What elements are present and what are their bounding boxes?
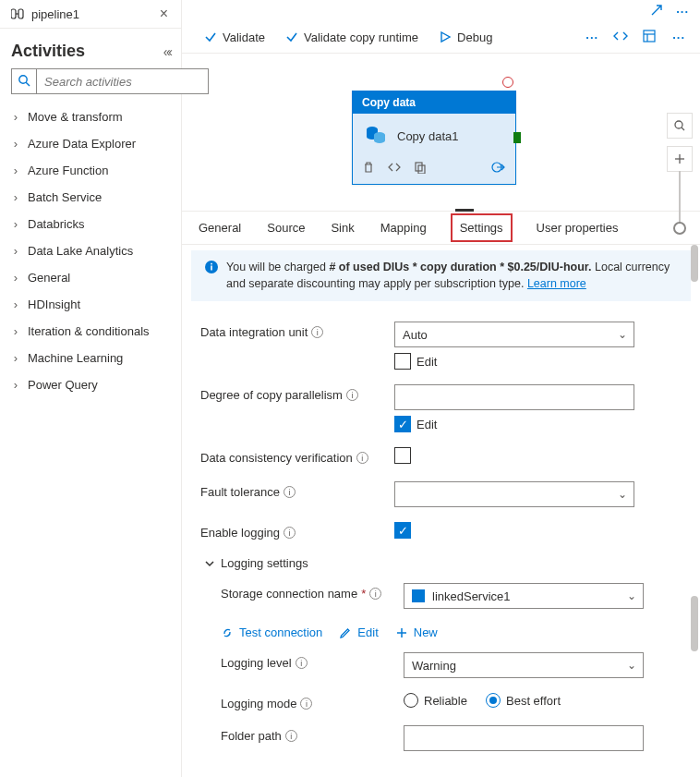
category-azure-function[interactable]: ›Azure Function bbox=[0, 157, 181, 184]
connection-actions: Test connection Edit New bbox=[200, 616, 682, 645]
collapse-panel-button[interactable]: « ‹ bbox=[163, 44, 170, 59]
chevron-right-icon: › bbox=[11, 351, 20, 365]
info-icon[interactable]: i bbox=[284, 486, 296, 498]
svg-rect-5 bbox=[644, 30, 655, 42]
category-power-query[interactable]: ›Power Query bbox=[0, 371, 181, 398]
copy-data-icon bbox=[364, 123, 388, 150]
category-move-transform[interactable]: ›Move & transform bbox=[0, 103, 181, 130]
toolbar-more-button[interactable]: ··· bbox=[585, 30, 598, 44]
node-code-button[interactable] bbox=[388, 161, 401, 176]
tab-source[interactable]: Source bbox=[265, 212, 307, 244]
test-connection-button[interactable]: Test connection bbox=[221, 625, 322, 639]
activities-header: Activities « ‹ bbox=[0, 29, 181, 68]
info-icon[interactable]: i bbox=[296, 657, 308, 669]
chevron-right-icon: › bbox=[11, 297, 20, 311]
info-icon[interactable]: i bbox=[300, 698, 312, 710]
storage-connection-select[interactable]: linkedService1 bbox=[404, 583, 644, 609]
zoom-in-button[interactable] bbox=[667, 146, 693, 172]
settings-panel: You will be charged # of used DIUs * cop… bbox=[182, 245, 700, 777]
logging-level-select[interactable]: Warning bbox=[404, 652, 644, 678]
search-activities[interactable] bbox=[11, 68, 170, 94]
more-menu-button[interactable]: ··· bbox=[676, 5, 689, 18]
learn-more-link[interactable]: Learn more bbox=[527, 277, 586, 290]
fault-tolerance-select[interactable] bbox=[394, 481, 634, 507]
info-icon[interactable]: i bbox=[311, 326, 323, 338]
category-machine-learning[interactable]: ›Machine Learning bbox=[0, 345, 181, 371]
svg-point-3 bbox=[19, 75, 27, 82]
parallelism-row: Degree of copy parallelism i ✓ Edit bbox=[200, 377, 682, 440]
folder-path-input[interactable] bbox=[404, 725, 644, 751]
svg-line-14 bbox=[682, 127, 684, 130]
category-batch-service[interactable]: ›Batch Service bbox=[0, 184, 181, 211]
info-icon[interactable]: i bbox=[285, 730, 297, 742]
category-azure-data-explorer[interactable]: ›Azure Data Explorer bbox=[0, 130, 181, 157]
zoom-track[interactable] bbox=[679, 171, 681, 223]
delete-node-button[interactable] bbox=[362, 161, 375, 176]
template-button[interactable] bbox=[643, 30, 658, 45]
node-output-button[interactable] bbox=[491, 161, 506, 176]
zoom-handle[interactable] bbox=[673, 222, 686, 235]
activities-sidebar: pipeline1 × Activities « ‹ ›Move & trans… bbox=[0, 0, 182, 777]
tab-user-properties[interactable]: User properties bbox=[535, 212, 621, 244]
new-connection-button[interactable]: New bbox=[395, 625, 438, 639]
diu-edit-checkbox[interactable] bbox=[394, 353, 411, 370]
info-icon[interactable]: i bbox=[284, 527, 296, 539]
close-tab-button[interactable]: × bbox=[156, 6, 172, 22]
logging-settings-header[interactable]: Logging settings bbox=[200, 547, 682, 576]
consistency-row: Data consistency verification i bbox=[200, 440, 682, 474]
pipeline-toolbar: Validate Validate copy runtime Debug ··· bbox=[182, 22, 700, 54]
panel-scrollbar[interactable] bbox=[691, 245, 698, 777]
validate-copy-runtime-button[interactable]: Validate copy runtime bbox=[285, 30, 418, 44]
copy-data-activity-node[interactable]: Copy data Copy data1 bbox=[352, 91, 516, 185]
chevron-right-icon: › bbox=[11, 137, 20, 151]
category-hdinsight[interactable]: ›HDInsight bbox=[0, 291, 181, 318]
logging-mode-reliable-radio[interactable]: Reliable bbox=[404, 693, 467, 708]
storage-connection-row: Storage connection name * i linkedServic… bbox=[200, 576, 682, 616]
clone-node-button[interactable] bbox=[414, 161, 427, 176]
folder-path-row: Folder path i bbox=[200, 718, 682, 759]
tab-general[interactable]: General bbox=[197, 212, 243, 244]
logging-level-row: Logging level i Warning ⌄ bbox=[200, 645, 682, 686]
svg-point-13 bbox=[675, 121, 682, 128]
enable-logging-checkbox[interactable]: ✓ bbox=[394, 522, 411, 539]
chevron-right-icon: › bbox=[11, 324, 20, 338]
activity-categories: ›Move & transform ›Azure Data Explorer ›… bbox=[0, 102, 181, 400]
diu-select[interactable]: Auto bbox=[394, 322, 634, 347]
node-success-connector[interactable] bbox=[513, 132, 521, 143]
search-icon bbox=[18, 74, 30, 90]
svg-rect-18 bbox=[211, 266, 212, 271]
pricing-info-banner: You will be charged # of used DIUs * cop… bbox=[191, 250, 691, 301]
category-iteration-conditionals[interactable]: ›Iteration & conditionals bbox=[0, 318, 181, 345]
parallelism-input[interactable] bbox=[394, 384, 634, 410]
canvas-search-button[interactable] bbox=[667, 113, 693, 139]
info-icon[interactable]: i bbox=[356, 452, 368, 464]
debug-button[interactable]: Debug bbox=[439, 30, 492, 44]
active-tab-indicator bbox=[455, 209, 474, 212]
code-view-button[interactable] bbox=[613, 30, 628, 45]
category-data-lake-analytics[interactable]: ›Data Lake Analytics bbox=[0, 237, 181, 264]
pipeline-canvas[interactable]: Copy data Copy data1 bbox=[182, 54, 700, 212]
expand-icon[interactable] bbox=[650, 4, 663, 19]
category-databricks[interactable]: ›Databricks bbox=[0, 211, 181, 237]
chevron-right-icon: › bbox=[11, 217, 20, 231]
edit-connection-button[interactable]: Edit bbox=[339, 625, 378, 639]
tab-sink[interactable]: Sink bbox=[329, 212, 356, 244]
activities-heading: Activities bbox=[11, 42, 85, 61]
logging-mode-best-effort-radio[interactable]: Best effort bbox=[486, 693, 561, 708]
settings-panel-wrap: You will be charged # of used DIUs * cop… bbox=[182, 245, 700, 777]
info-icon[interactable]: i bbox=[346, 389, 358, 401]
scroll-thumb-bottom[interactable] bbox=[691, 596, 698, 651]
scroll-thumb-top[interactable] bbox=[691, 245, 698, 282]
svg-rect-0 bbox=[11, 9, 16, 18]
tab-settings[interactable]: Settings bbox=[451, 213, 513, 242]
pipeline-tab[interactable]: pipeline1 × bbox=[0, 0, 181, 29]
info-icon[interactable]: i bbox=[369, 588, 381, 600]
toolbar-overflow-button[interactable]: ··· bbox=[672, 30, 685, 44]
parallelism-edit-checkbox[interactable]: ✓ bbox=[394, 416, 411, 432]
consistency-checkbox[interactable] bbox=[394, 447, 411, 464]
tab-mapping[interactable]: Mapping bbox=[379, 212, 428, 244]
chevron-right-icon: › bbox=[11, 110, 20, 124]
validate-button[interactable]: Validate bbox=[204, 30, 265, 44]
main-panel: ··· Validate Validate copy runtime Debug bbox=[182, 0, 700, 777]
category-general[interactable]: ›General bbox=[0, 264, 181, 291]
